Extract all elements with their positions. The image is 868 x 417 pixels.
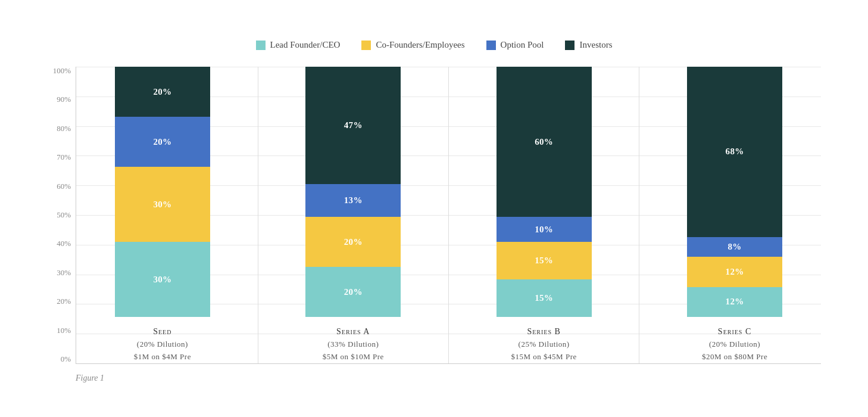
y-axis-tick: 90% [47, 95, 76, 103]
dilution-label-series-b: (25% Dilution) [519, 340, 570, 348]
y-axis-tick: 70% [47, 153, 76, 161]
y-axis-tick: 40% [47, 239, 76, 247]
segment-series-a-option-pool: 13% [305, 184, 401, 217]
round-name-series-a: Series A [336, 327, 370, 336]
bars-row: 30%30%20%20%Seed(20% Dilution)$1M on $4M… [76, 67, 821, 363]
y-axis-tick: 20% [47, 297, 76, 305]
legend-swatch-co-founders [361, 41, 371, 50]
segment-series-a-lead-founder: 20% [305, 267, 401, 317]
segment-series-b-lead-founder: 15% [497, 279, 592, 317]
amount-label-series-c: $20M on $80M Pre [702, 352, 767, 361]
bar-divider [258, 67, 258, 363]
stacked-bar-series-c: 12%12%8%68% [687, 67, 782, 317]
y-axis-tick: 0% [47, 355, 76, 363]
round-name-series-c: Series C [718, 327, 751, 336]
amount-label-series-b: $15M on $45M Pre [511, 352, 577, 361]
bar-group-series-c: 12%12%8%68%Series C(20% Dilution)$20M on… [687, 67, 782, 363]
segment-seed-co-founders: 30% [115, 167, 210, 242]
bar-group-series-b: 15%15%10%60%Series B(25% Dilution)$15M o… [497, 67, 592, 363]
y-axis-tick: 60% [47, 182, 76, 190]
legend-item-lead-founder: Lead Founder/CEO [256, 40, 341, 50]
segment-series-b-option-pool: 10% [497, 217, 592, 242]
bar-label-series-a: Series A(33% Dilution)$5M on $10M Pre [323, 325, 384, 363]
segment-seed-lead-founder: 30% [115, 242, 210, 317]
bar-label-series-c: Series C(20% Dilution)$20M on $80M Pre [702, 325, 767, 363]
bar-divider [448, 67, 449, 363]
legend-label-investors: Investors [579, 40, 612, 50]
legend-label-lead-founder: Lead Founder/CEO [270, 40, 341, 50]
y-axis: 0%10%20%30%40%50%60%70%80%90%100% [47, 67, 76, 364]
stacked-bar-series-b: 15%15%10%60% [497, 67, 592, 317]
bar-label-series-b: Series B(25% Dilution)$15M on $45M Pre [511, 325, 577, 363]
legend-label-co-founders: Co-Founders/Employees [376, 40, 464, 50]
bar-divider [639, 67, 639, 363]
y-axis-tick: 30% [47, 269, 76, 276]
legend-item-co-founders: Co-Founders/Employees [361, 40, 464, 50]
segment-seed-option-pool: 20% [115, 117, 210, 167]
segment-series-b-investors: 60% [497, 67, 592, 217]
bars-wrapper: 30%30%20%20%Seed(20% Dilution)$1M on $4M… [76, 67, 821, 364]
dilution-label-series-c: (20% Dilution) [709, 340, 760, 348]
bar-group-series-a: 20%20%13%47%Series A(33% Dilution)$5M on… [305, 67, 401, 363]
dilution-label-series-a: (33% Dilution) [327, 340, 379, 348]
bar-group-seed: 30%30%20%20%Seed(20% Dilution)$1M on $4M… [115, 67, 210, 363]
stacked-bar-series-a: 20%20%13%47% [305, 67, 401, 317]
dilution-label-seed: (20% Dilution) [137, 340, 188, 348]
amount-label-seed: $1M on $4M Pre [134, 352, 191, 361]
chart-container: Lead Founder/CEOCo-Founders/EmployeesOpt… [23, 22, 845, 395]
segment-series-a-investors: 47% [305, 67, 401, 184]
chart-area: 0%10%20%30%40%50%60%70%80%90%100% 30%30%… [47, 67, 821, 364]
segment-series-a-co-founders: 20% [305, 217, 401, 267]
amount-label-series-a: $5M on $10M Pre [323, 352, 384, 361]
segment-series-c-co-founders: 12% [687, 257, 782, 287]
stacked-bar-seed: 30%30%20%20% [115, 67, 210, 317]
y-axis-tick: 10% [47, 326, 76, 334]
y-axis-tick: 50% [47, 211, 76, 219]
round-name-seed: Seed [153, 327, 171, 336]
legend-swatch-option-pool [486, 41, 496, 50]
legend-swatch-investors [565, 41, 574, 50]
y-axis-tick: 80% [47, 125, 76, 132]
legend-item-investors: Investors [565, 40, 612, 50]
segment-series-c-lead-founder: 12% [687, 287, 782, 317]
legend: Lead Founder/CEOCo-Founders/EmployeesOpt… [47, 40, 821, 50]
segment-series-b-co-founders: 15% [497, 242, 592, 279]
segment-series-c-investors: 68% [687, 67, 782, 237]
legend-swatch-lead-founder [256, 41, 266, 50]
legend-label-option-pool: Option Pool [501, 40, 544, 50]
round-name-series-b: Series B [527, 327, 560, 336]
bars-area: 30%30%20%20%Seed(20% Dilution)$1M on $4M… [76, 67, 821, 364]
figure-caption: Figure 1 [47, 374, 821, 383]
segment-series-c-option-pool: 8% [687, 237, 782, 257]
legend-item-option-pool: Option Pool [486, 40, 544, 50]
y-axis-tick: 100% [47, 67, 76, 74]
segment-seed-investors: 20% [115, 67, 210, 117]
bar-label-seed: Seed(20% Dilution)$1M on $4M Pre [134, 325, 191, 363]
